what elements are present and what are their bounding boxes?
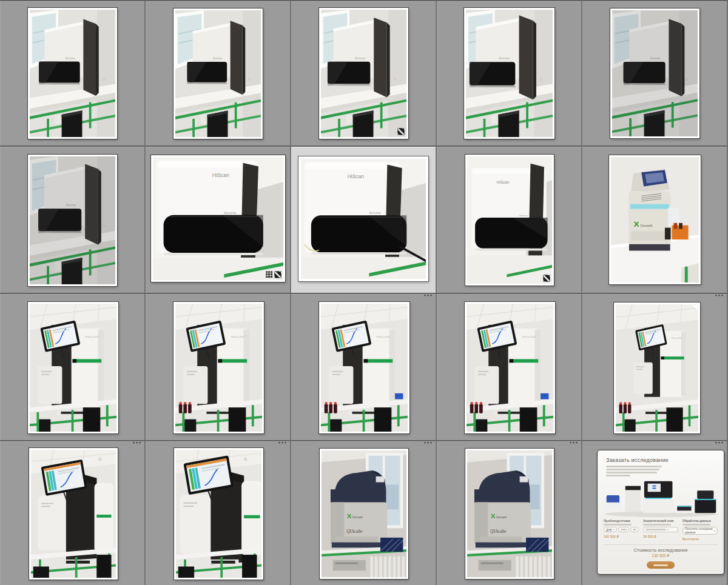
- grid-row: illumina HiScan illumina HiScan illumina…: [0, 147, 728, 294]
- option-select[interactable]: [618, 527, 629, 532]
- photo-cell-r4c5[interactable]: Заказать исследование Пробоподготовка ДН…: [582, 441, 728, 585]
- photo-cell-r3c3[interactable]: HiSeq 2000: [291, 294, 437, 441]
- svg-text:HiScan: HiScan: [497, 180, 510, 184]
- photo-thumbnail[interactable]: HiScan illumina: [298, 156, 428, 281]
- svg-text:Genotek: Genotek: [640, 224, 652, 227]
- photo-thumbnail[interactable]: illumina: [319, 8, 408, 139]
- photo-thumbnail[interactable]: [29, 448, 118, 580]
- order-page-card[interactable]: Заказать исследование Пробоподготовка ДН…: [597, 450, 724, 575]
- cell-menu-dots[interactable]: [570, 442, 578, 444]
- kit-select[interactable]: ▾: [643, 527, 678, 532]
- photo-thumbnail[interactable]: HiSeq 2000: [614, 303, 700, 433]
- photo-thumbnail[interactable]: Genotek QIAcube: [465, 449, 554, 579]
- photo-thumbnail[interactable]: Genotek: [609, 155, 701, 284]
- cell-menu-dots[interactable]: [424, 295, 432, 296]
- option-select[interactable]: [630, 527, 639, 532]
- photo-cell-r3c1[interactable]: HiSeq 2000: [0, 294, 146, 441]
- cell-menu-dots[interactable]: [715, 442, 723, 444]
- photo-cell-r2c1[interactable]: illumina: [0, 147, 146, 294]
- chevron-down-icon: ▾: [714, 529, 715, 532]
- order-button[interactable]: [647, 561, 675, 569]
- photo-cell-r3c2[interactable]: HiSeq 2000: [146, 294, 291, 441]
- svg-text:Genotek: Genotek: [352, 516, 363, 519]
- photo-thumbnail[interactable]: illumina: [464, 8, 554, 139]
- grid-row: HiSeq 2000 HiSeq 2000: [0, 294, 728, 441]
- photo-thumbnail[interactable]: HiScan illumina: [151, 155, 285, 282]
- photo-thumbnail[interactable]: illumina: [28, 8, 117, 139]
- photo-illustration: illumina: [175, 10, 261, 137]
- photo-illustration: Genotek QIAcube: [467, 450, 552, 577]
- photo-illustration: illumina: [30, 10, 115, 137]
- corner-flag-icon: [692, 305, 698, 310]
- photo-illustration: [176, 450, 261, 578]
- svg-text:HiScan: HiScan: [348, 173, 364, 179]
- photo-thumbnail[interactable]: illumina: [610, 8, 699, 138]
- price-label: 29 500 ₽: [643, 535, 678, 538]
- order-column-header: Пробоподготовка: [604, 519, 639, 523]
- order-column: Обработка данных Получить исходные данны…: [682, 519, 718, 541]
- develop-adjustments-badge-icon[interactable]: [274, 271, 281, 278]
- svg-text:illumina: illumina: [224, 211, 237, 215]
- photo-cell-r4c3[interactable]: Genotek QIAcube: [291, 441, 437, 585]
- order-page-intro: [606, 466, 715, 476]
- cell-menu-dots[interactable]: [715, 295, 723, 296]
- photo-thumbnail[interactable]: HiSeq 2000: [319, 302, 410, 433]
- order-column-header: Обработка данных: [682, 519, 718, 523]
- photo-illustration: Genotek QIAcube: [322, 450, 406, 577]
- photo-grid: illumina illumina: [0, 0, 728, 585]
- photo-illustration: illumina: [612, 10, 698, 136]
- photo-thumbnail[interactable]: Genotek QIAcube: [320, 449, 408, 579]
- svg-text:HiSeq 2000: HiSeq 2000: [231, 335, 245, 338]
- svg-text:HiSeq 2000: HiSeq 2000: [377, 335, 391, 338]
- svg-text:QIAcube: QIAcube: [490, 529, 507, 534]
- photo-cell-r2c4[interactable]: HiScan illumina: [437, 147, 582, 294]
- thumbnail-badges: [397, 128, 405, 135]
- photo-cell-r4c1[interactable]: [0, 441, 146, 585]
- photo-thumbnail[interactable]: HiSeq 2000: [28, 302, 118, 433]
- photo-cell-r1c2[interactable]: illumina: [146, 1, 291, 147]
- photo-cell-r4c2[interactable]: [146, 441, 291, 585]
- svg-text:illumina: illumina: [212, 57, 222, 60]
- photo-thumbnail[interactable]: [174, 448, 263, 580]
- photo-cell-r1c4[interactable]: illumina: [437, 1, 582, 147]
- crop-badge-icon[interactable]: [266, 271, 273, 278]
- svg-text:illumina: illumina: [519, 214, 528, 217]
- photo-cell-r3c4[interactable]: HiSeq 2000: [437, 294, 582, 441]
- svg-text:HiSeq 2000: HiSeq 2000: [671, 337, 682, 339]
- photo-thumbnail[interactable]: illumina: [28, 155, 117, 286]
- photo-cell-r1c3[interactable]: illumina: [291, 1, 437, 147]
- cell-menu-dots[interactable]: [424, 442, 432, 444]
- thumbnail-badges: [543, 275, 550, 282]
- photo-cell-r2c5[interactable]: Genotek: [582, 147, 728, 294]
- photo-cell-r2c2[interactable]: HiScan illumina: [146, 147, 291, 294]
- total-cost-label: Стоимость исследования: [598, 547, 724, 553]
- photo-illustration: HiScan illumina: [301, 159, 426, 279]
- order-column-header: Аналитический этап: [643, 519, 678, 523]
- photo-illustration: HiSeq 2000: [467, 304, 553, 432]
- develop-adjustments-badge-icon[interactable]: [397, 128, 405, 135]
- develop-adjustments-badge-icon[interactable]: [543, 275, 550, 282]
- order-column-subtext: [643, 524, 671, 526]
- photo-cell-r2c3[interactable]: HiScan illumina: [291, 147, 437, 294]
- photo-illustration: HiSeq 2000: [30, 304, 116, 432]
- svg-text:illumina: illumina: [499, 56, 510, 60]
- cell-menu-dots[interactable]: [133, 442, 141, 444]
- dna-select[interactable]: ДНК▾: [604, 527, 617, 532]
- photo-illustration: HiSeq 2000: [321, 304, 408, 432]
- photo-illustration: illumina: [30, 156, 115, 284]
- photo-thumbnail[interactable]: HiSeq 2000: [465, 302, 555, 433]
- photo-cell-r3c5[interactable]: HiSeq 2000: [582, 294, 728, 441]
- photo-illustration: [31, 450, 116, 578]
- data-output-select[interactable]: Получить исходные данные▾: [682, 527, 718, 535]
- photo-illustration: illumina: [466, 10, 553, 137]
- photo-cell-r1c1[interactable]: illumina: [0, 1, 146, 147]
- cell-menu-dots[interactable]: [278, 442, 286, 444]
- photo-cell-r1c5[interactable]: illumina: [582, 1, 728, 147]
- price-label: Бесплатно: [682, 537, 718, 541]
- photo-thumbnail[interactable]: illumina: [174, 8, 263, 139]
- grid-row: Genotek QIAcube Genotek QIAcube Заказать…: [0, 441, 728, 585]
- svg-text:HiSeq 2000: HiSeq 2000: [86, 335, 99, 338]
- photo-cell-r4c4[interactable]: Genotek QIAcube: [437, 441, 582, 585]
- photo-thumbnail[interactable]: HiScan illumina: [465, 155, 554, 286]
- photo-thumbnail[interactable]: HiSeq 2000: [174, 302, 264, 433]
